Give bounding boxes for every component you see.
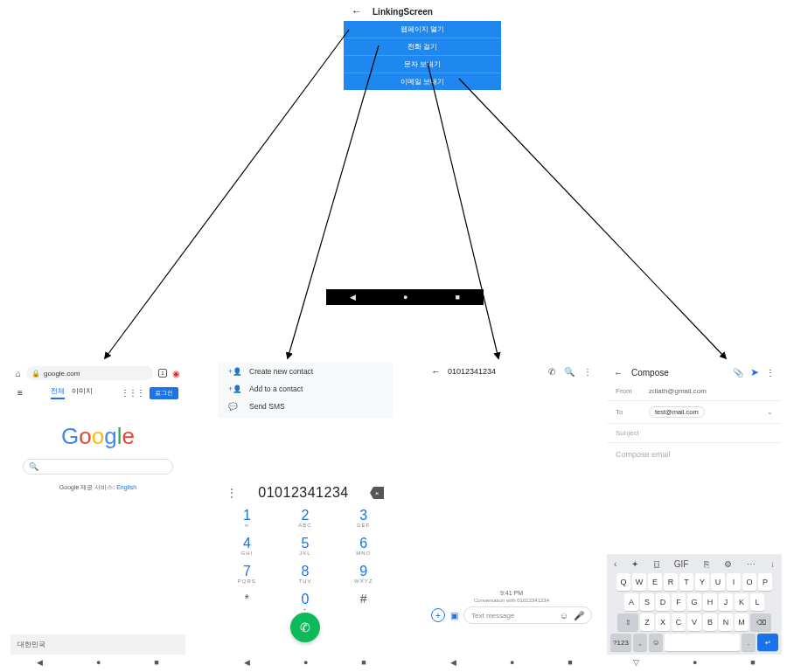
emoji-icon[interactable]: ☺ — [560, 611, 568, 620]
back-arrow-icon[interactable]: ← — [431, 366, 441, 377]
key-S[interactable]: S — [640, 593, 654, 611]
linking-item-sms[interactable]: 문자 보내기 — [344, 56, 501, 73]
key-E[interactable]: E — [648, 573, 662, 591]
kbd-tool[interactable]: ✦ — [631, 559, 638, 569]
kbd-tool[interactable]: ⚙ — [724, 559, 732, 569]
key-K[interactable]: K — [735, 593, 749, 611]
kbd-tool[interactable]: ⎘ — [704, 559, 709, 569]
nav-back-icon[interactable]: ◀ — [350, 293, 356, 301]
add-to-contact[interactable]: +👤 Add to a contact — [218, 380, 393, 398]
key-A[interactable]: A — [624, 593, 638, 611]
nav-home-icon[interactable]: ● — [403, 293, 407, 301]
key-F[interactable]: F — [672, 593, 686, 611]
signin-button[interactable]: 로그인 — [150, 387, 178, 399]
key-T[interactable]: T — [679, 573, 693, 591]
nav-back-icon[interactable]: ▽ — [633, 658, 639, 667]
attach-icon[interactable]: 📎 — [733, 368, 743, 378]
dialkey-6[interactable]: 6MNO — [334, 530, 393, 558]
gallery-icon[interactable]: ▣ — [450, 611, 458, 620]
more-icon[interactable]: ⋮ — [766, 368, 775, 378]
kbd-tool[interactable]: ‹ — [614, 559, 616, 569]
key-Z[interactable]: Z — [640, 613, 654, 631]
linking-item-email[interactable]: 이메일 보내기 — [344, 73, 501, 90]
backspace-icon[interactable]: × — [370, 487, 384, 499]
key-H[interactable]: H — [703, 593, 717, 611]
kbd-tool[interactable]: ⋯ — [747, 559, 756, 569]
call-icon[interactable]: ✆ — [548, 367, 555, 377]
key-O[interactable]: O — [742, 573, 756, 591]
key-Q[interactable]: Q — [616, 573, 630, 591]
key-P[interactable]: P — [758, 573, 772, 591]
nav-recent-icon[interactable]: ■ — [750, 658, 755, 667]
send-icon[interactable]: ➤ — [750, 366, 759, 378]
search-input[interactable]: 🔍 — [23, 459, 173, 475]
to-chip[interactable]: test@mail.com — [649, 406, 705, 418]
address-bar[interactable]: 🔒 google.com — [26, 366, 153, 380]
key-V[interactable]: V — [687, 613, 701, 631]
key-W[interactable]: W — [632, 573, 646, 591]
key-B[interactable]: B — [703, 613, 717, 631]
linking-item-webpage[interactable]: 웹페이지 열기 — [344, 21, 501, 38]
nav-home-icon[interactable]: ● — [510, 658, 514, 667]
key-D[interactable]: D — [656, 593, 670, 611]
kbd-tool[interactable]: ↓ — [770, 559, 775, 569]
mic-icon[interactable]: 🎤 — [574, 611, 584, 620]
nav-back-icon[interactable]: ◀ — [37, 658, 43, 667]
more-icon[interactable]: ⋮ — [583, 367, 592, 377]
dialkey-0[interactable]: 0+ — [276, 586, 335, 614]
key-backspace[interactable]: ⌫ — [750, 613, 771, 631]
nav-home-icon[interactable]: ● — [96, 658, 101, 667]
key-period[interactable]: . — [742, 634, 756, 651]
nav-home-icon[interactable]: ● — [693, 658, 697, 667]
back-arrow-icon[interactable]: ← — [614, 368, 623, 378]
tabs-count-icon[interactable]: 1 — [158, 369, 167, 378]
nav-back-icon[interactable]: ◀ — [244, 658, 250, 667]
dialkey-1[interactable]: 1∞ — [218, 502, 276, 530]
dialkey-*[interactable]: * — [218, 586, 276, 614]
dialkey-4[interactable]: 4GHI — [218, 530, 276, 558]
key-space[interactable] — [665, 634, 740, 651]
nav-recent-icon[interactable]: ■ — [154, 658, 158, 667]
back-arrow-icon[interactable]: ← — [352, 5, 362, 17]
dialkey-#[interactable]: # — [334, 586, 393, 614]
tab-all[interactable]: 전체 — [51, 386, 65, 399]
key-comma[interactable]: , — [633, 634, 647, 651]
hamburger-icon[interactable]: ≡ — [17, 388, 23, 398]
kbd-tool[interactable]: GIF — [674, 559, 689, 569]
key-N[interactable]: N — [719, 613, 733, 631]
dialkey-7[interactable]: 7PQRS — [218, 558, 276, 586]
apps-grid-icon[interactable]: ⋮⋮⋮ — [121, 388, 144, 398]
send-sms[interactable]: 💬 Send SMS — [218, 398, 393, 415]
dialer-more-icon[interactable]: ⋮ — [226, 487, 237, 499]
dialkey-9[interactable]: 9WXYZ — [334, 558, 393, 586]
linking-item-call[interactable]: 전화 걸기 — [344, 38, 501, 56]
tab-images[interactable]: 이미지 — [72, 386, 93, 399]
subject-input[interactable]: Subject — [616, 429, 639, 437]
nav-recent-icon[interactable]: ■ — [568, 658, 572, 667]
nav-recent-icon[interactable]: ■ — [456, 293, 460, 301]
create-new-contact[interactable]: +👤 Create new contact — [218, 363, 393, 380]
key-G[interactable]: G — [687, 593, 701, 611]
dialkey-5[interactable]: 5JKL — [276, 530, 335, 558]
dialkey-2[interactable]: 2ABC — [276, 502, 335, 530]
key-C[interactable]: C — [672, 613, 686, 631]
dialkey-3[interactable]: 3DEF — [334, 502, 393, 530]
expand-recipients-icon[interactable]: ⌄ — [767, 408, 773, 416]
offered-lang-link[interactable]: English — [116, 484, 136, 490]
key-Y[interactable]: Y — [695, 573, 709, 591]
to-row[interactable]: To test@mail.com ⌄ — [607, 401, 782, 424]
key-M[interactable]: M — [735, 613, 749, 631]
key-R[interactable]: R — [664, 573, 678, 591]
key-I[interactable]: I — [727, 573, 741, 591]
attach-button[interactable]: + — [431, 608, 445, 622]
browser-menu-icon[interactable]: ◉ — [172, 369, 180, 378]
body-input[interactable]: Compose email — [607, 443, 782, 466]
key-symbols[interactable]: ?123 — [610, 634, 631, 651]
nav-back-icon[interactable]: ◀ — [450, 658, 456, 667]
from-row[interactable]: From zdlath@gmail.com — [607, 382, 782, 401]
dialkey-8[interactable]: 8TUV — [276, 558, 335, 586]
home-icon[interactable]: ⌂ — [16, 369, 21, 378]
call-button[interactable]: ✆ — [290, 613, 320, 642]
key-emoji[interactable]: ☺ — [649, 634, 663, 651]
nav-home-icon[interactable]: ● — [303, 658, 308, 667]
